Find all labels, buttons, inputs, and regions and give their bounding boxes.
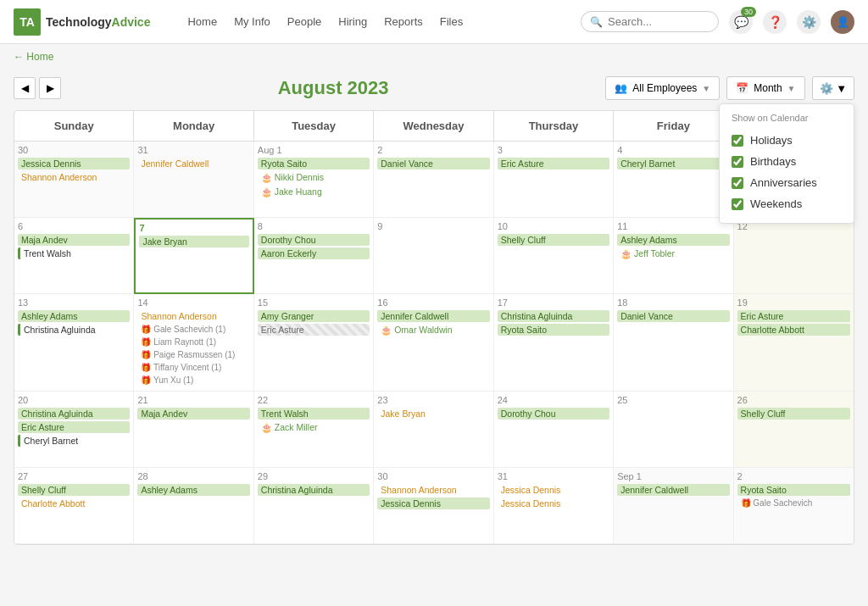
anniversary-option[interactable]: Anniversaries [732, 172, 842, 193]
calendar-gear-btn[interactable]: ⚙️ ▼ [812, 76, 854, 100]
calendar-event[interactable]: Aaron Eckerly [258, 247, 370, 259]
calendar-event[interactable]: Ryota Saito [258, 158, 370, 170]
cal-cell[interactable]: 6Maja AndevTrent Walsh [14, 218, 134, 294]
calendar-event[interactable]: Jake Bryan [139, 236, 248, 247]
cal-cell[interactable]: 29Christina Agluinda [254, 468, 374, 544]
calendar-event[interactable]: 🎂 Zack Miller [258, 421, 370, 434]
calendar-event[interactable]: Amy Granger [258, 310, 370, 322]
cal-cell[interactable]: 31Jessica DennisJessica Dennis [494, 468, 614, 544]
breadcrumb[interactable]: ← Home [0, 44, 868, 69]
calendar-event[interactable]: Eric Asture [18, 421, 130, 433]
cal-cell[interactable]: 3Eric Asture [494, 142, 614, 218]
cal-cell[interactable]: 18Daniel Vance [614, 294, 733, 392]
calendar-event[interactable]: Dorothy Chou [498, 408, 609, 420]
next-btn[interactable]: ▶ [39, 77, 61, 99]
calendar-event[interactable]: Jennifer Caldwell [617, 484, 729, 496]
calendar-event[interactable]: Shelly Cluff [18, 484, 130, 496]
calendar-event[interactable]: Daniel Vance [377, 158, 489, 170]
calendar-event[interactable]: Charlotte Abbott [18, 498, 130, 509]
calendar-event[interactable]: Ryota Saito [498, 324, 609, 336]
calendar-event[interactable]: Ashley Adams [18, 310, 130, 322]
calendar-event[interactable]: Eric Asture [498, 158, 609, 170]
calendar-event[interactable]: Christina Agluinda [18, 408, 130, 420]
calendar-event[interactable]: 🎂 Jeff Tobler [617, 247, 729, 260]
calendar-event[interactable]: 🎁 Yun Xu (1) [137, 375, 249, 386]
cal-cell[interactable]: 30Shannon AndersonJessica Dennis [374, 468, 493, 544]
cal-cell[interactable]: 10Shelly Cluff [494, 218, 614, 294]
cal-cell[interactable]: 24Dorothy Chou [494, 392, 614, 468]
search-input[interactable] [608, 15, 709, 28]
calendar-event[interactable]: Christina Agluinda [258, 484, 370, 496]
holiday-option[interactable]: Holidays [732, 130, 842, 151]
cal-cell[interactable]: 31Jennifer Caldwell [134, 142, 253, 218]
calendar-event[interactable]: Jake Bryan [377, 408, 489, 420]
cal-cell[interactable]: 20Christina AgluindaEric AstureCheryl Ba… [14, 392, 134, 468]
calendar-event[interactable]: Shelly Cluff [737, 408, 850, 420]
calendar-event[interactable]: Ashley Adams [137, 484, 249, 496]
weekend-option[interactable]: Weekends [732, 193, 842, 214]
cal-cell[interactable]: Aug 1Ryota Saito🎂 Nikki Dennis🎂 Jake Hua… [254, 142, 374, 218]
calendar-event[interactable]: 🎂 Omar Waldwin [377, 324, 489, 336]
calendar-event[interactable]: Jessica Dennis [377, 498, 489, 509]
calendar-event[interactable]: Dorothy Chou [258, 234, 370, 246]
calendar-event[interactable]: Daniel Vance [617, 310, 729, 322]
calendar-event[interactable]: Trent Walsh [18, 247, 130, 259]
nav-files[interactable]: Files [440, 15, 463, 28]
calendar-event[interactable]: Cheryl Barnet [617, 158, 729, 170]
cal-cell[interactable]: 28Ashley Adams [134, 468, 253, 544]
holiday-checkbox[interactable] [732, 135, 743, 147]
calendar-event[interactable]: Shannon Anderson [377, 484, 489, 496]
employee-filter-btn[interactable]: 👥 All Employees ▼ [605, 76, 720, 100]
nav-people[interactable]: People [287, 15, 321, 28]
calendar-event[interactable]: Shelly Cluff [498, 234, 609, 246]
avatar[interactable]: 👤 [831, 10, 854, 34]
cal-cell[interactable]: 9 [374, 218, 493, 294]
nav-reports[interactable]: Reports [384, 15, 423, 28]
help-btn[interactable]: ❓ [763, 10, 787, 34]
cal-cell[interactable]: 22Trent Walsh🎂 Zack Miller [254, 392, 374, 468]
calendar-event[interactable]: Jennifer Caldwell [377, 310, 489, 322]
calendar-event[interactable]: Christina Agluinda [18, 324, 130, 336]
birthday-checkbox[interactable] [732, 156, 743, 168]
cal-cell[interactable]: 23Jake Bryan [374, 392, 493, 468]
settings-btn[interactable]: ⚙️ [797, 10, 821, 34]
birthday-option[interactable]: Birthdays [732, 151, 842, 172]
calendar-event[interactable]: Eric Asture [258, 324, 370, 336]
cal-cell[interactable]: 25 [614, 392, 733, 468]
cal-cell[interactable]: 17Christina AgluindaRyota Saito [494, 294, 614, 392]
calendar-event[interactable]: Ashley Adams [617, 234, 729, 246]
cal-cell[interactable]: 2Ryota Saito🎁 Gale Sachevich [734, 468, 854, 544]
cal-cell[interactable]: 13Ashley AdamsChristina Agluinda [14, 294, 134, 392]
calendar-event[interactable]: Cheryl Barnet [18, 435, 130, 447]
calendar-event[interactable]: Trent Walsh [258, 408, 370, 420]
cal-cell[interactable]: 2Daniel Vance [374, 142, 493, 218]
nav-myinfo[interactable]: My Info [234, 15, 270, 28]
calendar-event[interactable]: 🎁 Paige Rasmussen (1) [137, 349, 249, 360]
cal-cell[interactable]: 12 [734, 218, 854, 294]
cal-cell[interactable]: 30Jessica DennisShannon Anderson [14, 142, 134, 218]
calendar-event[interactable]: Maja Andev [137, 408, 249, 420]
cal-cell[interactable]: 4Cheryl Barnet [614, 142, 733, 218]
calendar-event[interactable]: Charlotte Abbott [737, 324, 850, 336]
cal-cell[interactable]: 27Shelly CluffCharlotte Abbott [14, 468, 134, 544]
notification-btn[interactable]: 💬 30 [729, 10, 753, 34]
cal-cell[interactable]: 14Shannon Anderson🎁 Gale Sachevich (1)🎁 … [134, 294, 253, 392]
calendar-event[interactable]: Eric Asture [737, 310, 850, 322]
cal-cell[interactable]: 15Amy GrangerEric Asture [254, 294, 374, 392]
cal-cell[interactable]: 7Jake Bryan [134, 218, 253, 294]
calendar-event[interactable]: Christina Agluinda [498, 310, 609, 322]
calendar-event[interactable]: Jessica Dennis [18, 158, 130, 170]
calendar-event[interactable]: Jennifer Caldwell [137, 158, 249, 170]
search-box[interactable]: 🔍 [581, 11, 719, 32]
calendar-event[interactable]: Shannon Anderson [18, 171, 130, 183]
cal-cell[interactable]: 8Dorothy ChouAaron Eckerly [254, 218, 374, 294]
calendar-event[interactable]: Maja Andev [18, 234, 130, 246]
weekend-checkbox[interactable] [732, 198, 743, 210]
nav-home[interactable]: Home [187, 15, 217, 28]
calendar-event[interactable]: Jessica Dennis [498, 498, 609, 509]
anniversary-checkbox[interactable] [732, 177, 743, 189]
calendar-event[interactable]: 🎂 Nikki Dennis [258, 171, 370, 184]
calendar-event[interactable]: Ryota Saito [737, 484, 850, 496]
calendar-event[interactable]: Shannon Anderson [137, 310, 249, 322]
cal-cell[interactable]: 16Jennifer Caldwell🎂 Omar Waldwin [374, 294, 493, 392]
